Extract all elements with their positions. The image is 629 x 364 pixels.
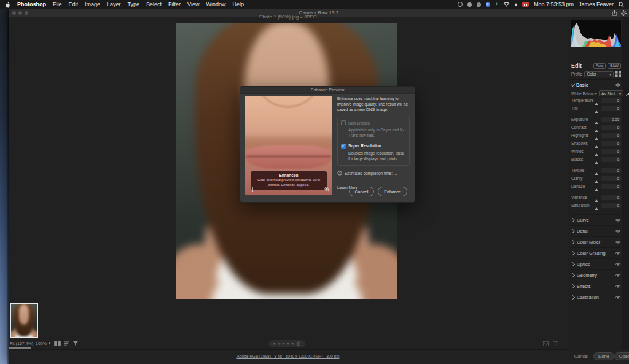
slider-thumb[interactable] (595, 122, 598, 124)
fit-zoom-label[interactable]: Fit (167.4%) (10, 341, 33, 346)
preview-navigator-icon[interactable] (248, 187, 253, 192)
notification-icon[interactable] (477, 2, 481, 7)
menu-layer[interactable]: Layer (107, 1, 121, 7)
slider-track[interactable] (571, 162, 621, 164)
menu-image[interactable]: Image (85, 1, 100, 7)
eye-icon[interactable] (615, 229, 621, 233)
siri-icon[interactable] (486, 2, 490, 7)
slider-track[interactable] (571, 103, 621, 105)
slider-track[interactable] (571, 154, 621, 156)
slider-thumb[interactable] (595, 137, 598, 140)
slider-track[interactable] (571, 181, 621, 183)
filmstrip-toggle-icon[interactable] (553, 341, 558, 346)
slider-value[interactable]: 0 (601, 184, 621, 189)
dialog-cancel-button[interactable]: Cancel (349, 187, 375, 196)
histogram[interactable] (571, 20, 621, 47)
section-detail[interactable]: Detail (571, 225, 621, 236)
share-icon[interactable] (612, 10, 617, 16)
slider-thumb[interactable] (595, 130, 598, 132)
slider-thumb[interactable] (595, 172, 598, 175)
filmstrip-thumbnail[interactable] (10, 303, 38, 338)
menu-app-name[interactable]: Photoshop (17, 1, 46, 7)
cancel-button[interactable]: Cancel (574, 354, 588, 359)
workflow-options-link[interactable]: Adobe RGB (1998) - 8 bit - 1040 x 1300 (… (9, 354, 568, 358)
basic-section-header[interactable]: Basic (571, 82, 621, 88)
app-badge-icon[interactable] (522, 2, 529, 7)
eyedropper-icon[interactable] (625, 91, 629, 96)
slider-value[interactable]: 0 (601, 133, 621, 138)
slider-thumb[interactable] (595, 110, 598, 113)
slider-value[interactable]: 0.00 (601, 117, 621, 122)
menu-filter[interactable]: Filter (168, 1, 181, 7)
film-grid-icon[interactable] (54, 341, 61, 346)
star-rating-4[interactable]: ★ (286, 342, 289, 346)
dialog-enhance-button[interactable]: Enhance (378, 187, 407, 196)
section-curve[interactable]: Curve (571, 214, 621, 225)
profile-dropdown[interactable]: Color ▾ (584, 71, 614, 77)
eye-icon[interactable] (615, 262, 621, 266)
delete-trash-icon[interactable] (297, 341, 301, 346)
star-rating-5[interactable]: ★ (291, 342, 294, 346)
eye-icon[interactable] (615, 240, 621, 244)
zoom-slider[interactable] (9, 347, 31, 349)
menu-window[interactable]: Window (206, 1, 225, 7)
volume-icon[interactable]: ▴ (515, 2, 517, 7)
record-status-icon[interactable] (458, 2, 463, 7)
menu-help[interactable]: Help (232, 1, 244, 7)
slider-thumb[interactable] (595, 161, 598, 164)
menu-file[interactable]: File (53, 1, 62, 7)
menu-view[interactable]: View (187, 1, 199, 7)
wifi-icon[interactable] (503, 2, 510, 7)
slider-value[interactable]: 0 (601, 157, 621, 162)
section-optics[interactable]: Optics (571, 258, 621, 269)
eye-icon[interactable] (615, 218, 621, 222)
spotlight-search-icon[interactable] (619, 2, 624, 7)
preview-zoom-icon[interactable] (324, 187, 330, 192)
eye-icon[interactable] (615, 295, 621, 300)
grid-view-icon[interactable] (543, 341, 549, 346)
slider-track[interactable] (571, 200, 621, 202)
zoom-level-dropdown[interactable]: 100% ▾ (36, 341, 50, 346)
panel-scrollbar-gutter[interactable] (622, 17, 629, 350)
menu-type[interactable]: Type (128, 1, 140, 7)
slider-thumb[interactable] (595, 199, 598, 202)
slider-track[interactable] (571, 146, 621, 148)
slider-value[interactable]: 0 (601, 149, 621, 154)
filter-funnel-icon[interactable] (73, 341, 78, 346)
slider-value[interactable]: 0 (601, 98, 621, 103)
slider-value[interactable]: 0 (601, 176, 621, 181)
apple-menu-icon[interactable] (5, 1, 10, 8)
sort-order-icon[interactable] (64, 341, 70, 346)
slider-thumb[interactable] (595, 180, 598, 183)
slider-value[interactable]: 0 (601, 106, 621, 111)
white-balance-dropdown[interactable]: As Shot ▾ (599, 90, 623, 96)
section-color-grading[interactable]: Color Grading (571, 247, 621, 258)
menu-bar-clock[interactable]: Mon 7:53:53 pm (534, 1, 574, 7)
workflow-options-text[interactable]: Adobe RGB (1998) - 8 bit - 1040 x 1300 (… (237, 354, 340, 358)
slider-track[interactable] (571, 111, 621, 113)
slider-value[interactable]: 0 (601, 203, 621, 208)
slider-thumb[interactable] (595, 153, 598, 156)
section-calibration[interactable]: Calibration (571, 292, 621, 303)
slider-track[interactable] (571, 130, 621, 132)
slider-thumb[interactable] (595, 145, 598, 148)
slider-track[interactable] (571, 208, 621, 210)
profile-browser-icon[interactable] (615, 71, 621, 77)
open-button[interactable]: Open (614, 352, 629, 360)
star-rating-2[interactable]: ★ (277, 342, 280, 346)
settings-gear-icon[interactable] (621, 10, 627, 16)
done-button[interactable]: Done (593, 352, 614, 360)
camera-status-icon[interactable] (467, 2, 472, 7)
slider-thumb[interactable] (595, 207, 598, 210)
slider-value[interactable]: 0 (601, 141, 621, 146)
menu-bar-user[interactable]: James Feaver (579, 1, 614, 7)
slider-value[interactable]: 0 (601, 195, 621, 200)
section-geometry[interactable]: Geometry (571, 269, 621, 281)
section-effects[interactable]: Effects (571, 281, 621, 292)
menu-edit[interactable]: Edit (69, 1, 79, 7)
slider-track[interactable] (571, 122, 621, 124)
bw-button[interactable]: B&W (608, 63, 621, 69)
slider-track[interactable] (571, 173, 621, 175)
eye-icon[interactable] (615, 273, 621, 277)
slider-value[interactable]: 0 (601, 168, 621, 173)
